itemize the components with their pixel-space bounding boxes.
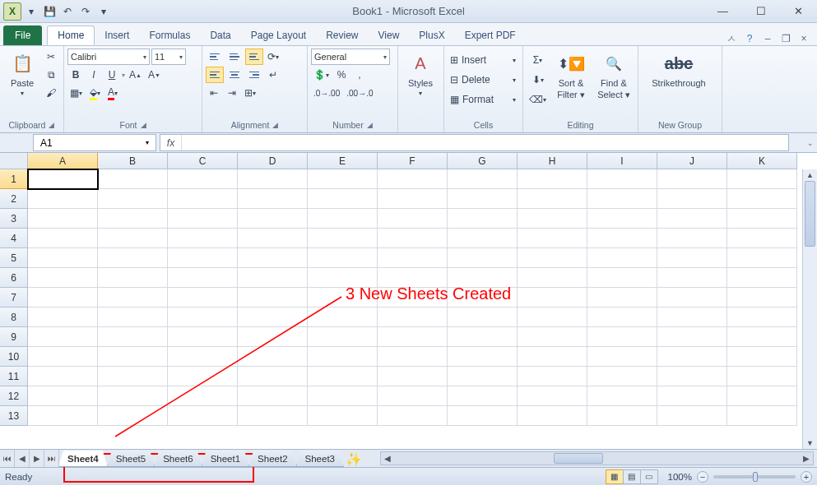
cell[interactable] (98, 229, 168, 248)
sheet-tab-sheet6[interactable]: Sheet6 (154, 451, 202, 467)
undo-button[interactable]: ↶ (59, 3, 76, 20)
cell[interactable] (168, 209, 238, 229)
cell[interactable] (378, 209, 448, 229)
bold-button[interactable]: B (67, 67, 84, 83)
cell[interactable] (727, 367, 797, 386)
hscroll-thumb[interactable] (554, 453, 603, 464)
align-top-button[interactable] (206, 49, 224, 65)
scroll-down-icon[interactable]: ▼ (803, 437, 817, 449)
cell[interactable] (168, 406, 238, 426)
italic-button[interactable]: I (86, 67, 102, 83)
cell[interactable] (238, 288, 308, 307)
sheet-nav-first[interactable]: ⏮ (0, 450, 15, 467)
cell[interactable] (378, 367, 448, 386)
font-launcher-icon[interactable]: ◢ (141, 121, 146, 129)
zoom-in-button[interactable]: + (801, 471, 812, 483)
workbook-minimize-icon[interactable]: – (761, 32, 774, 45)
fill-button[interactable]: ⬇ ▾ (527, 72, 549, 88)
cell[interactable] (28, 288, 98, 307)
cell[interactable] (587, 347, 657, 367)
sheet-tab-sheet5[interactable]: Sheet5 (107, 451, 155, 467)
cell[interactable] (378, 386, 448, 406)
tab-home[interactable]: Home (47, 25, 95, 45)
close-button[interactable]: ✕ (780, 1, 817, 22)
formula-input[interactable] (182, 135, 788, 150)
clear-button[interactable]: ⌫ ▾ (527, 91, 549, 108)
cell[interactable] (238, 347, 308, 367)
wrap-text-button[interactable]: ↵ (265, 67, 281, 83)
font-color-button[interactable]: A▾ (104, 85, 121, 101)
find-select-button[interactable]: 🔍 Find & Select ▾ (593, 49, 634, 100)
cell-A1[interactable] (28, 169, 98, 189)
hscroll-left-icon[interactable]: ◀ (381, 454, 394, 463)
file-tab[interactable]: File (3, 25, 42, 45)
formula-bar-expand-icon[interactable]: ⌄ (804, 133, 817, 152)
row-header-4[interactable]: 4 (0, 229, 28, 248)
cell[interactable] (98, 209, 168, 229)
cell[interactable] (518, 307, 587, 327)
horizontal-scrollbar[interactable]: ◀ ▶ (380, 451, 814, 465)
autosum-button[interactable]: Σ ▾ (527, 52, 549, 68)
cell[interactable] (448, 406, 518, 426)
cell[interactable] (28, 406, 98, 426)
sheet-tab-sheet1[interactable]: Sheet1 (202, 451, 249, 467)
clipboard-launcher-icon[interactable]: ◢ (49, 121, 54, 129)
cell[interactable] (378, 406, 448, 426)
vertical-scrollbar[interactable]: ▲ ▼ (802, 169, 817, 449)
cell[interactable] (727, 248, 797, 268)
cell[interactable] (28, 209, 98, 229)
cell[interactable] (98, 268, 168, 288)
cell[interactable] (308, 347, 378, 367)
vscroll-thumb[interactable] (805, 181, 815, 247)
cell[interactable] (657, 386, 727, 406)
cell[interactable] (168, 347, 238, 367)
cell[interactable] (727, 327, 797, 347)
cell[interactable] (518, 367, 587, 386)
cell[interactable] (518, 169, 587, 189)
col-header-A[interactable]: A (28, 153, 98, 169)
row-header-11[interactable]: 11 (0, 367, 28, 386)
cell[interactable] (98, 169, 168, 189)
format-cells-button[interactable]: ▦ Format ▾ (448, 91, 518, 108)
cell[interactable] (657, 307, 727, 327)
col-header-C[interactable]: C (168, 153, 238, 169)
cell[interactable] (448, 386, 518, 406)
sheet-tab-sheet3[interactable]: Sheet3 (296, 451, 344, 467)
cell[interactable] (657, 229, 727, 248)
cell[interactable] (587, 367, 657, 386)
tab-plusx[interactable]: PlusX (409, 25, 454, 45)
page-layout-view-button[interactable]: ▤ (623, 469, 641, 484)
zoom-level[interactable]: 100% (668, 472, 692, 482)
scroll-up-icon[interactable]: ▲ (803, 169, 817, 181)
delete-cells-button[interactable]: ⊟ Delete ▾ (448, 72, 518, 88)
fx-button[interactable]: fx (160, 135, 182, 150)
sheet-tab-sheet4[interactable]: Sheet4 (58, 451, 108, 467)
cell[interactable] (587, 229, 657, 248)
increase-decimal-button[interactable]: .0→.00 (311, 85, 342, 101)
redo-button[interactable]: ↷ (77, 3, 94, 20)
align-right-button[interactable] (245, 67, 263, 83)
sort-filter-button[interactable]: ⬍🔽 Sort & Filter ▾ (550, 49, 592, 100)
cell[interactable] (28, 386, 98, 406)
cell[interactable] (518, 229, 587, 248)
cell[interactable] (308, 307, 378, 327)
cell[interactable] (238, 367, 308, 386)
format-painter-button[interactable]: 🖌 (43, 85, 59, 101)
cell[interactable] (587, 307, 657, 327)
cell[interactable] (727, 209, 797, 229)
cell[interactable] (518, 386, 587, 406)
fill-color-button[interactable]: ⬙▾ (86, 85, 103, 101)
cell[interactable] (308, 209, 378, 229)
align-bottom-button[interactable] (245, 49, 263, 65)
alignment-launcher-icon[interactable]: ◢ (272, 121, 278, 129)
cell[interactable] (238, 189, 308, 209)
cell[interactable] (238, 169, 308, 189)
tab-review[interactable]: Review (316, 25, 368, 45)
cell[interactable] (168, 367, 238, 386)
cell[interactable] (308, 386, 378, 406)
minimize-button[interactable]: — (704, 1, 741, 22)
minimize-ribbon-icon[interactable]: ㅅ (725, 32, 738, 45)
insert-cells-button[interactable]: ⊞ Insert ▾ (448, 52, 518, 68)
cell[interactable] (518, 288, 587, 307)
cell[interactable] (587, 169, 657, 189)
